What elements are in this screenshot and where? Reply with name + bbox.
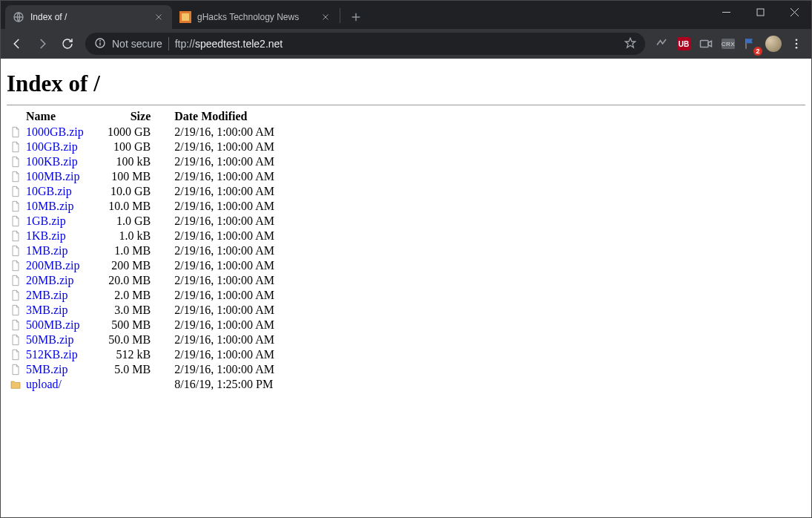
file-link[interactable]: 10GB.zip [26,185,72,197]
file-link[interactable]: 1KB.zip [26,229,66,242]
file-link[interactable]: 20MB.zip [26,274,73,286]
crx-badge: CRX [722,39,735,49]
tab-title: Index of / [30,12,148,22]
file-date-cell: 2/19/16, 1:00:00 AM [171,288,280,303]
file-link[interactable]: 1MB.zip [26,244,67,257]
extension-ublock-icon[interactable]: UB [673,33,694,54]
new-tab-button[interactable] [346,7,366,27]
file-link[interactable]: 1GB.zip [26,214,66,227]
minimize-button[interactable] [709,1,743,23]
file-name-cell: 100MB.zip [23,169,105,184]
maximize-button[interactable] [743,1,777,23]
info-icon[interactable] [94,37,106,51]
col-name: Name [23,108,105,125]
reload-button[interactable] [56,32,79,56]
tab-index-of[interactable]: Index of / [5,5,172,29]
file-size-cell: 50.0 MB [105,332,171,347]
tab-ghacks[interactable]: gHacks Technology News [172,5,339,29]
close-tab-icon[interactable] [153,11,165,23]
file-icon [7,184,23,199]
file-icon [7,258,23,273]
file-link[interactable]: upload/ [26,378,62,390]
file-date-cell: 2/19/16, 1:00:00 AM [171,362,280,377]
page-heading: Index of / [7,71,805,97]
file-link[interactable]: 100MB.zip [26,170,79,183]
file-size-cell: 512 kB [105,347,171,362]
profile-avatar[interactable] [765,36,782,52]
forward-button[interactable] [30,32,54,56]
file-name-cell: 10MB.zip [23,199,105,214]
table-row: 10GB.zip10.0 GB2/19/16, 1:00:00 AM [7,184,280,199]
file-date-cell: 2/19/16, 1:00:00 AM [171,154,280,169]
close-tab-icon[interactable] [320,11,331,23]
file-name-cell: 3MB.zip [23,303,105,318]
file-name-cell: upload/ [23,377,105,392]
close-window-button[interactable] [777,1,811,23]
file-link[interactable]: 1000GB.zip [26,125,84,138]
address-bar[interactable]: Not secure ftp://speedtest.tele2.net [85,33,645,55]
back-button[interactable] [5,32,29,56]
file-size-cell: 1000 GB [105,125,171,140]
file-name-cell: 1MB.zip [23,243,105,258]
file-date-cell: 2/19/16, 1:00:00 AM [171,258,280,273]
url-host: speedtest.tele2.net [195,38,283,50]
file-name-cell: 100GB.zip [23,140,105,154]
page-content: Index of / Name Size Date Modified 1000G… [1,59,811,517]
extension-gesture-icon[interactable] [651,33,672,54]
file-size-cell [105,377,171,392]
extension-crx-icon[interactable]: CRX [718,33,739,54]
file-icon [7,214,23,229]
omnibox-divider [168,37,169,50]
file-name-cell: 100KB.zip [23,154,105,169]
file-link[interactable]: 50MB.zip [26,333,73,346]
flag-badge-count: 2 [753,47,762,56]
globe-icon [13,11,24,23]
file-date-cell: 2/19/16, 1:00:00 AM [171,169,280,184]
file-name-cell: 1KB.zip [23,229,105,243]
directory-listing: Name Size Date Modified 1000GB.zip1000 G… [7,108,280,392]
file-name-cell: 10GB.zip [23,184,105,199]
overflow-menu-button[interactable] [786,33,807,54]
file-date-cell: 2/19/16, 1:00:00 AM [171,214,280,229]
file-size-cell: 500 MB [105,318,171,332]
file-icon [7,243,23,258]
file-icon [7,229,23,243]
bookmark-star-icon[interactable] [624,37,636,51]
file-size-cell: 100 MB [105,169,171,184]
svg-point-19 [796,39,798,41]
file-link[interactable]: 100KB.zip [26,155,78,168]
file-icon [7,288,23,303]
url-scheme: ftp:// [175,38,195,50]
file-link[interactable]: 3MB.zip [26,304,67,316]
file-icon [7,362,23,377]
file-icon [7,318,23,332]
file-link[interactable]: 5MB.zip [26,363,67,376]
file-name-cell: 1GB.zip [23,214,105,229]
svg-point-20 [796,43,798,45]
file-date-cell: 2/19/16, 1:00:00 AM [171,199,280,214]
file-size-cell: 1.0 kB [105,229,171,243]
extension-flag-icon[interactable]: 2 [740,33,761,54]
file-name-cell: 500MB.zip [23,318,105,332]
file-link[interactable]: 2MB.zip [26,289,67,301]
svg-marker-16 [625,38,635,47]
file-name-cell: 200MB.zip [23,258,105,273]
svg-rect-17 [701,41,709,47]
file-link[interactable]: 100GB.zip [26,140,78,153]
extension-video-icon[interactable] [696,33,716,54]
file-name-cell: 20MB.zip [23,273,105,288]
table-row: 1GB.zip1.0 GB2/19/16, 1:00:00 AM [7,214,280,229]
table-row: 1MB.zip1.0 MB2/19/16, 1:00:00 AM [7,243,280,258]
file-link[interactable]: 500MB.zip [26,318,79,331]
col-size: Size [105,108,171,125]
file-icon [7,140,23,154]
file-link[interactable]: 512KB.zip [26,348,78,361]
table-row: 500MB.zip500 MB2/19/16, 1:00:00 AM [7,318,280,332]
table-row: 2MB.zip2.0 MB2/19/16, 1:00:00 AM [7,288,280,303]
file-date-cell: 2/19/16, 1:00:00 AM [171,332,280,347]
svg-rect-4 [182,13,189,21]
file-link[interactable]: 200MB.zip [26,259,79,272]
table-row: 200MB.zip200 MB2/19/16, 1:00:00 AM [7,258,280,273]
file-link[interactable]: 10MB.zip [26,200,73,212]
file-date-cell: 2/19/16, 1:00:00 AM [171,184,280,199]
